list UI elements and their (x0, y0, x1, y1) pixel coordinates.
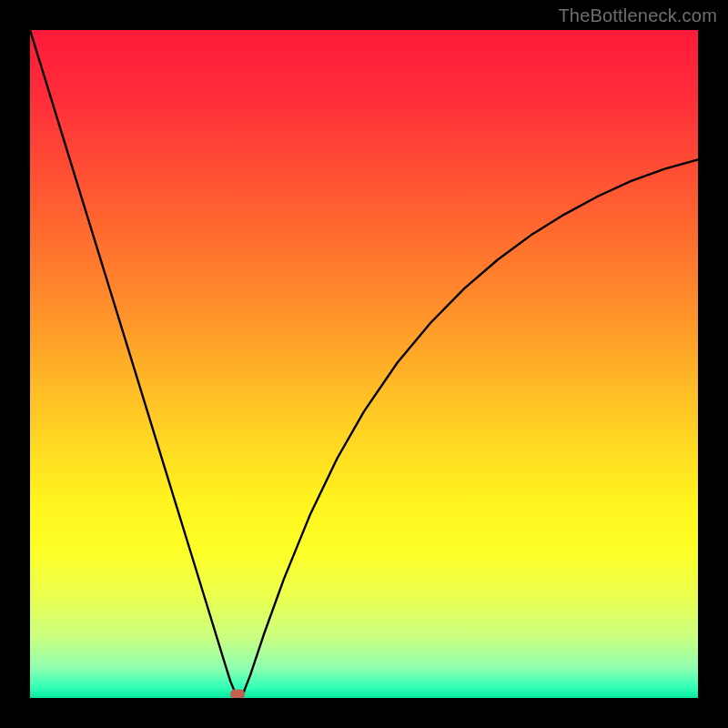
curve-layer (30, 30, 698, 698)
chart-canvas: TheBottleneck.com (0, 0, 728, 728)
min-marker (230, 690, 245, 698)
series-curve (30, 30, 698, 697)
site-watermark: TheBottleneck.com (558, 5, 717, 26)
plot-area (30, 30, 698, 698)
